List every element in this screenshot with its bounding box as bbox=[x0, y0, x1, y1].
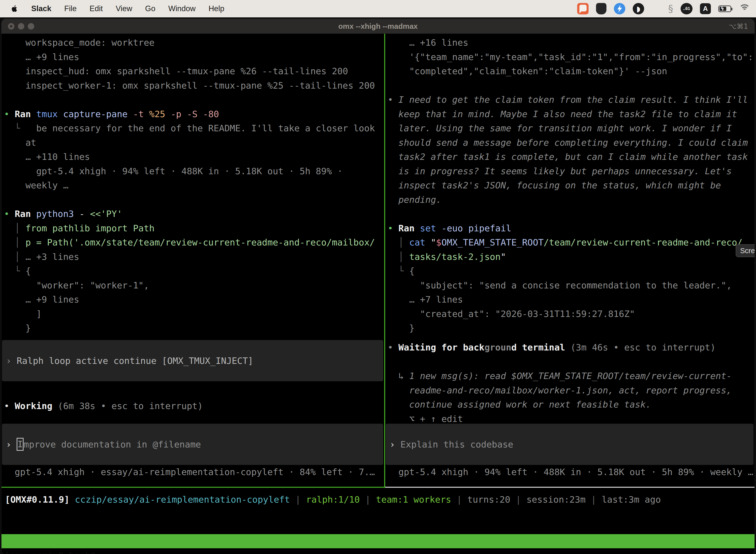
terminal-line: │ from pathlib import Path bbox=[4, 221, 384, 235]
section-symbol-icon[interactable]: § bbox=[668, 3, 673, 14]
tmux-session-label: [omx-cczip0:bash* bbox=[4, 548, 96, 554]
terminal-line: … +16 lines bbox=[388, 36, 755, 50]
tmux-status-bar: [omx-cczip0:bash* "MacBook-Pro-44.local"… bbox=[1, 534, 755, 548]
menu-item-go[interactable]: Go bbox=[145, 4, 155, 13]
terminal-pane-worker[interactable]: … +16 lines '{"team_name":"my-team","tas… bbox=[385, 34, 755, 487]
menu-item-edit[interactable]: Edit bbox=[89, 4, 103, 13]
terminal-line: • Waiting for background terminal (3m 46… bbox=[388, 340, 755, 355]
right-model-statusline: gpt-5.4 xhigh · 94% left · 488K in · 5.1… bbox=[385, 465, 755, 479]
menu-item-help[interactable]: Help bbox=[208, 4, 225, 13]
dots-grid-icon[interactable] bbox=[651, 4, 661, 13]
terminal-line bbox=[388, 355, 755, 369]
omx-status-line: [OMX#0.11.9] cczip/essay/ai-reimplementa… bbox=[1, 492, 755, 507]
terminal-line: └ { bbox=[4, 264, 384, 278]
tmux-pane-divider[interactable] bbox=[384, 34, 385, 487]
menu-item-app[interactable]: Slack bbox=[31, 4, 51, 13]
terminal-line bbox=[388, 78, 755, 93]
terminal-line: task2 after task1 is complete, but can I… bbox=[388, 150, 755, 164]
menu-item-view[interactable]: View bbox=[116, 4, 132, 13]
terminal-line: gpt-5.4 xhigh · 94% left · 488K in · 5.1… bbox=[4, 164, 384, 178]
wifi-icon[interactable] bbox=[739, 4, 751, 13]
terminal-line: │ tasks/task-2.json" bbox=[388, 250, 755, 264]
waiting-block: • Waiting for background terminal (3m 46… bbox=[385, 340, 755, 426]
terminal-window: omx --xhigh --madmax ⌥⌘1 workspace_mode:… bbox=[1, 19, 755, 554]
terminal-line: … +9 lines bbox=[4, 292, 384, 307]
terminal-line: inspect_worker-1: omx sparkshell --tmux-… bbox=[4, 78, 384, 93]
input-placeholder: Explain this codebase bbox=[400, 439, 513, 449]
terminal-line: • Working (6m 38s • esc to interrupt) bbox=[4, 399, 384, 413]
window-title: omx --xhigh --madmax bbox=[1, 19, 755, 34]
battery-icon[interactable]: ϟ bbox=[718, 5, 731, 12]
terminal-line bbox=[4, 192, 384, 207]
right-pane-output: … +16 lines '{"team_name":"my-team","tas… bbox=[385, 36, 755, 335]
left-model-statusline: gpt-5.4 xhigh · essay/ai-reimplementatio… bbox=[1, 465, 384, 479]
terminal-line: continue assigned work or next feasible … bbox=[388, 397, 755, 412]
terminal-line: weekly … bbox=[4, 178, 384, 192]
terminal-line: │ cat "$OMX_TEAM_STATE_ROOT/team/review-… bbox=[388, 235, 755, 250]
active-pane-border bbox=[1, 487, 385, 488]
terminal-line: • Ran set -euo pipefail bbox=[388, 221, 755, 235]
terminal-line: at bbox=[4, 135, 384, 150]
crescent-icon[interactable]: ◗ bbox=[633, 3, 644, 14]
window-titlebar[interactable]: omx --xhigh --madmax ⌥⌘1 bbox=[1, 19, 755, 34]
terminal-line: … +9 lines bbox=[4, 50, 384, 64]
ralph-loop-banner: › Ralph loop active continue [OMX_TMUX_I… bbox=[2, 340, 383, 381]
countdown-badge-icon[interactable]: ..61 bbox=[681, 3, 693, 14]
apple-menu-icon[interactable] bbox=[11, 4, 18, 13]
macos-menu-bar: Slack File Edit View Go Window Help ◗ § … bbox=[0, 0, 756, 17]
menu-item-window[interactable]: Window bbox=[168, 4, 195, 13]
terminal-line: inspect_hud: omx sparkshell --tmux-pane … bbox=[4, 64, 384, 78]
menu-item-file[interactable]: File bbox=[64, 4, 77, 13]
terminal-line: } bbox=[4, 321, 384, 335]
terminal-line: } bbox=[388, 321, 755, 335]
terminal-line: "worker": "worker-1", bbox=[4, 278, 384, 293]
window-shortcut-badge: ⌥⌘1 bbox=[729, 19, 748, 34]
terminal-line bbox=[4, 93, 384, 107]
terminal-line: is in progress? It seems likely but perh… bbox=[388, 164, 755, 178]
prompt-chevron-icon: › bbox=[6, 439, 17, 449]
terminal-line: should send a message before completing … bbox=[388, 135, 755, 150]
terminal-line: └ be necessary for the end of the README… bbox=[4, 121, 384, 135]
working-status-line: • Working (6m 38s • esc to interrupt) bbox=[1, 399, 384, 413]
terminal-line: │ … +3 lines bbox=[4, 250, 384, 264]
terminal-pane-hud[interactable]: workspace_mode: worktree … +9 lines insp… bbox=[1, 34, 384, 487]
terminal-line: • I need to get the claim token from the… bbox=[388, 93, 755, 107]
inactive-pane-border bbox=[385, 487, 755, 488]
input-placeholder: mprove documentation in @filename bbox=[23, 439, 201, 449]
terminal-line: • Ran python3 - <<'PY' bbox=[4, 207, 384, 221]
terminal-line: ↳ 1 new msg(s): read $OMX_TEAM_STATE_ROO… bbox=[388, 369, 755, 383]
terminal-line: '{"team_name":"my-team","task_id":"1","f… bbox=[388, 50, 755, 64]
prompt-chevron-icon: › bbox=[390, 439, 400, 449]
terminal-line: readme-and-reco/mailbox/worker-1.json, a… bbox=[388, 383, 755, 398]
terminal-line: "completed","claim_token":"claim-token"}… bbox=[388, 64, 755, 78]
terminal-line: workspace_mode: worktree bbox=[4, 36, 384, 50]
input-source-icon[interactable]: A bbox=[700, 3, 711, 14]
terminal-line: keep that in mind. Maybe I also need the… bbox=[388, 107, 755, 121]
left-prompt-input[interactable]: › Improve documentation in @filename bbox=[2, 424, 383, 465]
terminal-line: │ p = Path('.omx/state/team/review-curre… bbox=[4, 235, 384, 250]
terminal-line: "subject": "send a concise recommendatio… bbox=[388, 278, 755, 293]
left-pane-output: workspace_mode: worktree … +9 lines insp… bbox=[1, 36, 384, 335]
terminal-line: ] bbox=[4, 307, 384, 321]
chat-app-icon[interactable] bbox=[577, 3, 588, 14]
terminal-line bbox=[388, 207, 755, 221]
terminal-line: "created_at": "2026-03-31T11:59:27.816Z" bbox=[388, 307, 755, 321]
screen-tooltip: Scre bbox=[736, 244, 755, 257]
terminal-line: └ { bbox=[388, 264, 755, 278]
terminal-line: • Ran tmux capture-pane -t %25 -p -S -80 bbox=[4, 107, 384, 121]
terminal-line: inspect task2's JSON, focusing on the st… bbox=[388, 178, 755, 192]
terminal-line: pending. bbox=[388, 192, 755, 207]
right-prompt-input[interactable]: › Explain this codebase bbox=[386, 424, 754, 465]
shield-grid-icon[interactable] bbox=[596, 3, 607, 14]
terminal-line: … +110 lines bbox=[4, 150, 384, 164]
terminal-line: later. Using the same for transition mig… bbox=[388, 121, 755, 135]
text-cursor: I bbox=[17, 438, 23, 451]
blue-bolt-icon[interactable] bbox=[614, 3, 625, 14]
terminal-line: … +7 lines bbox=[388, 292, 755, 307]
